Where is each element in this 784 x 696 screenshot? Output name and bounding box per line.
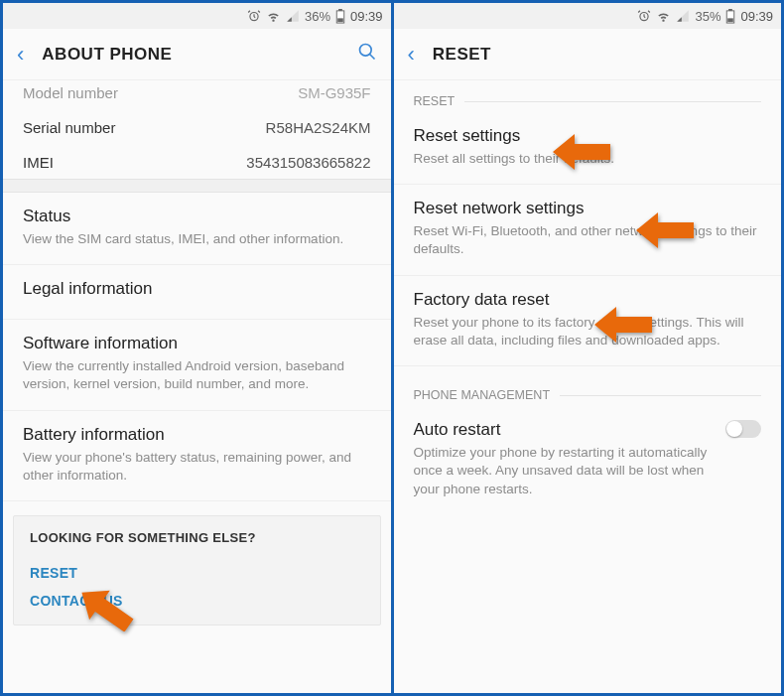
alarm-icon <box>637 9 651 23</box>
clock: 09:39 <box>740 9 773 24</box>
model-row[interactable]: Model number SM-G935F <box>3 80 391 109</box>
svg-rect-2 <box>338 9 342 11</box>
signal-icon <box>676 9 690 23</box>
reset-network-label: Reset network settings <box>414 199 762 218</box>
status-bar: 35% 09:39 <box>394 3 782 29</box>
factory-reset-label: Factory data reset <box>414 290 762 310</box>
svg-point-4 <box>359 45 371 57</box>
contact-link[interactable]: CONTACT US <box>30 587 364 615</box>
divider <box>3 179 391 193</box>
software-sub: View the currently installed Android ver… <box>23 357 371 393</box>
header: ‹ ABOUT PHONE <box>3 29 391 80</box>
status-label: Status <box>23 207 371 226</box>
reset-network-item[interactable]: Reset network settings Reset Wi-Fi, Blue… <box>394 185 782 275</box>
auto-restart-label: Auto restart <box>414 420 715 440</box>
footer-head: LOOKING FOR SOMETHING ELSE? <box>30 530 364 545</box>
battery-sub: View your phone's battery status, remain… <box>23 449 371 485</box>
wifi-icon <box>656 9 671 23</box>
serial-value: R58HA2S24KM <box>266 119 371 136</box>
svg-rect-8 <box>728 18 734 22</box>
header: ‹ RESET <box>394 29 782 80</box>
footer-box: LOOKING FOR SOMETHING ELSE? RESET CONTAC… <box>13 515 381 626</box>
search-icon[interactable] <box>357 42 377 67</box>
auto-restart-item[interactable]: Auto restart Optimize your phone by rest… <box>394 406 782 514</box>
battery-percent: 35% <box>695 9 720 24</box>
software-item[interactable]: Software information View the currently … <box>3 320 391 410</box>
phone-reset: PCrisk.com 35% 09:39 ‹ RESET RESET <box>394 3 782 693</box>
factory-reset-item[interactable]: Factory data reset Reset your phone to i… <box>394 276 782 366</box>
imei-label: IMEI <box>23 154 54 171</box>
content: RESET Reset settings Reset all settings … <box>394 80 782 693</box>
section-divider <box>464 101 761 102</box>
battery-percent: 36% <box>305 9 330 24</box>
reset-link[interactable]: RESET <box>30 559 364 587</box>
imei-row[interactable]: IMEI 354315083665822 <box>3 144 391 179</box>
section-label: PHONE MANAGEMENT <box>414 388 551 402</box>
section-phone-mgmt: PHONE MANAGEMENT <box>394 366 782 406</box>
page-title: RESET <box>433 45 767 65</box>
legal-label: Legal information <box>23 279 371 299</box>
software-label: Software information <box>23 334 371 353</box>
status-item[interactable]: Status View the SIM card status, IMEI, a… <box>3 193 391 265</box>
battery-icon <box>335 9 345 24</box>
legal-item[interactable]: Legal information <box>3 265 391 320</box>
battery-label: Battery information <box>23 425 371 445</box>
back-icon[interactable]: ‹ <box>408 42 415 68</box>
section-label: RESET <box>414 94 456 108</box>
section-divider <box>560 395 761 396</box>
status-sub: View the SIM card status, IMEI, and othe… <box>23 230 371 248</box>
alarm-icon <box>247 9 261 23</box>
battery-icon <box>725 9 735 24</box>
factory-reset-sub: Reset your phone to its factory default … <box>414 314 762 349</box>
svg-rect-3 <box>337 18 343 22</box>
model-value: SM-G935F <box>298 84 370 101</box>
model-label: Model number <box>23 84 118 101</box>
content: Model number SM-G935F Serial number R58H… <box>3 80 391 693</box>
page-title: ABOUT PHONE <box>42 45 356 65</box>
auto-restart-sub: Optimize your phone by restarting it aut… <box>414 444 715 498</box>
wifi-icon <box>266 9 281 23</box>
imei-value: 354315083665822 <box>246 154 370 171</box>
section-reset: RESET <box>394 80 782 112</box>
reset-settings-label: Reset settings <box>414 126 762 146</box>
phone-about: PCrisk.com 36% 09:39 ‹ ABOUT PHONE <box>3 3 391 693</box>
serial-row[interactable]: Serial number R58HA2S24KM <box>3 109 391 144</box>
battery-item[interactable]: Battery information View your phone's ba… <box>3 411 391 501</box>
serial-label: Serial number <box>23 119 115 136</box>
svg-rect-7 <box>729 9 733 11</box>
reset-settings-item[interactable]: Reset settings Reset all settings to the… <box>394 112 782 185</box>
auto-restart-toggle[interactable] <box>725 420 761 438</box>
back-icon[interactable]: ‹ <box>17 42 24 68</box>
signal-icon <box>286 9 300 23</box>
reset-network-sub: Reset Wi-Fi, Bluetooth, and other networ… <box>414 222 762 258</box>
status-bar: 36% 09:39 <box>3 3 391 29</box>
reset-settings-sub: Reset all settings to their defaults. <box>414 150 762 168</box>
clock: 09:39 <box>350 9 383 24</box>
